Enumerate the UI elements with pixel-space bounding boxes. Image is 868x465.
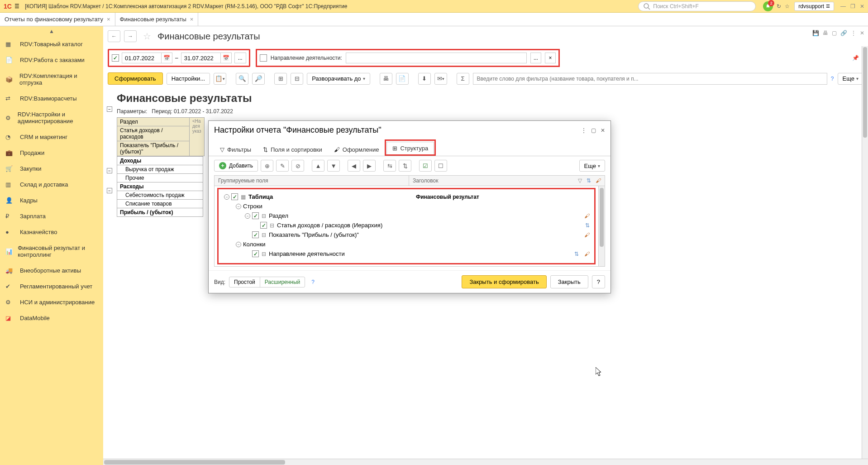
sidebar-item-crm[interactable]: ◔CRM и маркетинг — [0, 129, 103, 145]
collapse-toggle[interactable]: − — [107, 188, 112, 193]
horizontal-scrollbar[interactable] — [103, 459, 868, 465]
sidebar-item-sales[interactable]: 💼Продажи — [0, 145, 103, 161]
sort-icon[interactable]: ⇅ — [585, 222, 590, 229]
direction-input[interactable] — [346, 53, 526, 63]
pin-icon[interactable]: 📌 — [852, 55, 859, 61]
save-file-button[interactable]: ⬇ — [418, 73, 431, 85]
expand-icon[interactable]: − — [245, 213, 250, 219]
edit-button[interactable]: ✎ — [276, 160, 289, 172]
help-button[interactable]: ? — [831, 76, 834, 82]
tree-row-columns[interactable]: − Колонки — [219, 240, 594, 249]
tab-finresults[interactable]: Финансовые результаты × — [115, 13, 199, 26]
scrollbar-thumb[interactable] — [104, 460, 285, 465]
row-checkbox[interactable] — [260, 222, 267, 229]
direction-picker-button[interactable]: ... — [530, 53, 541, 63]
move-left-button[interactable]: ◀ — [348, 160, 360, 172]
sidebar-item-assets[interactable]: 🚚Внеоборотные активы — [0, 263, 103, 278]
history-icon[interactable]: ↻ — [777, 3, 781, 10]
sidebar-item-hr[interactable]: 👤Кадры — [0, 192, 103, 208]
nav-back-button[interactable]: ← — [108, 30, 120, 42]
expand-all-button[interactable]: ⊞ — [274, 73, 287, 85]
direction-field[interactable] — [346, 53, 527, 63]
close-icon[interactable]: × — [107, 16, 110, 23]
brush-icon[interactable]: 🖌 — [584, 232, 590, 238]
row-checkbox[interactable] — [231, 193, 238, 200]
sidebar-item-datamobile[interactable]: ◪DataMobile — [0, 310, 103, 326]
brush-icon[interactable]: 🖌 — [584, 251, 590, 257]
hamburger-icon[interactable]: ☰ — [14, 3, 19, 10]
tab-design[interactable]: 🖌Оформление — [328, 143, 385, 156]
tree-row-direction[interactable]: ⊟ Направление деятельности ⇅🖌 — [219, 249, 594, 259]
brush-icon[interactable]: 🖌 — [596, 177, 601, 184]
row-checkbox[interactable] — [252, 250, 259, 257]
sidebar-item-settlements[interactable]: ⇄RDV:Взаиморасчеты — [0, 91, 103, 106]
help-icon[interactable]: ? — [311, 279, 315, 285]
more-icon[interactable]: ⋮ — [851, 30, 856, 36]
notifications-button[interactable]: 2 — [763, 1, 773, 11]
tree-row-article[interactable]: ⊟ Статья доходов / расходов (Иерархия) ⇅ — [219, 221, 594, 230]
dialog-maximize-icon[interactable]: ▢ — [591, 127, 596, 134]
sidebar-item-regaccounting[interactable]: ✔Регламентированный учет — [0, 278, 103, 294]
link-icon[interactable]: 🔗 — [840, 30, 847, 36]
sidebar-item-payroll[interactable]: ₽Зарплата — [0, 208, 103, 224]
find-button[interactable]: 🔍 — [236, 73, 248, 85]
user-menu[interactable]: rdvsupport☰ — [794, 2, 834, 11]
nav-forward-button[interactable]: → — [124, 30, 137, 42]
close-and-generate-button[interactable]: Закрыть и сформировать — [462, 275, 546, 288]
minimize-icon[interactable]: — — [840, 3, 846, 10]
find-next-button[interactable]: 🔎 — [252, 73, 265, 85]
scrollbar-thumb[interactable] — [863, 47, 867, 138]
email-button[interactable]: ✉▾ — [434, 73, 447, 85]
date-from-input[interactable]: 📅 — [122, 53, 172, 63]
calendar-icon[interactable]: 📅 — [161, 53, 172, 63]
save-icon[interactable]: 💾 — [812, 30, 819, 36]
move-down-button[interactable]: ▼ — [327, 160, 340, 172]
sidebar-item-treasury[interactable]: ●Казначейство — [0, 224, 103, 240]
filter-icon[interactable]: ▽ — [578, 177, 582, 184]
tree-row-table[interactable]: − ▦ Таблица Финансовый результат — [219, 192, 594, 201]
preview-button[interactable]: 📄 — [396, 73, 409, 85]
sidebar-item-picking[interactable]: 📦RDV:Комплектация и отгрузка — [0, 68, 103, 91]
period-picker-button[interactable]: ... — [234, 53, 246, 63]
tree-row-section[interactable]: − ⊟ Раздел 🖌 — [219, 211, 594, 221]
favorite-star-icon[interactable]: ☆ — [143, 31, 151, 42]
sidebar-scroll-up[interactable]: ▲ — [0, 26, 103, 36]
direction-clear-button[interactable]: × — [545, 53, 556, 63]
tab-filters[interactable]: ▽Фильтры — [214, 143, 257, 156]
expand-icon[interactable]: − — [236, 242, 241, 247]
sidebar-item-catalog[interactable]: ▦RDV:Товарный каталог — [0, 36, 103, 52]
close-window-icon[interactable]: ✕ — [860, 3, 864, 10]
add-button[interactable]: +Добавить — [214, 160, 258, 172]
more-button[interactable]: Еще▾ — [838, 73, 863, 85]
row-checkbox[interactable] — [252, 231, 259, 238]
row-checkbox[interactable] — [252, 212, 259, 219]
tab-reports[interactable]: Отчеты по финансовому результату × — [0, 13, 115, 26]
tab-structure[interactable]: ⊞Структура — [386, 142, 434, 154]
sidebar-item-purchases[interactable]: 🛒Закупки — [0, 161, 103, 177]
sidebar-item-orders[interactable]: 📄RDV:Работа с заказами — [0, 52, 103, 68]
collapse-toggle[interactable]: − — [107, 106, 112, 112]
sort-icon[interactable]: ⇅ — [587, 177, 591, 184]
move-up-button[interactable]: ▲ — [312, 160, 324, 172]
global-search[interactable]: Поиск Ctrl+Shift+F — [638, 1, 756, 11]
dialog-help-button[interactable]: ? — [592, 275, 605, 288]
restore-icon[interactable]: ❐ — [850, 3, 855, 10]
group-button[interactable]: ⊕ — [261, 160, 273, 172]
sidebar-item-finresult[interactable]: 📊Финансовый результат и контроллинг — [0, 240, 103, 263]
move-right-button[interactable]: ▶ — [363, 160, 376, 172]
dialog-scrollbar[interactable] — [598, 186, 605, 266]
generate-button[interactable]: Сформировать — [108, 72, 163, 85]
close-page-icon[interactable]: ✕ — [860, 30, 864, 36]
period-checkbox[interactable] — [112, 54, 119, 62]
date-to-field[interactable] — [181, 55, 220, 62]
check-all-button[interactable]: ☑ — [419, 160, 432, 172]
tab-fields[interactable]: ⇅Поля и сортировки — [257, 143, 328, 156]
swap-rows-button[interactable]: ⇆ — [383, 160, 396, 172]
sidebar-item-nsi[interactable]: ⚙НСИ и администрирование — [0, 294, 103, 310]
close-icon[interactable]: × — [190, 16, 194, 23]
calendar-icon[interactable]: 📅 — [220, 53, 231, 63]
mode-simple[interactable]: Простой — [229, 277, 260, 287]
variants-button[interactable]: 📋▾ — [214, 73, 226, 85]
star-icon[interactable]: ☆ — [785, 3, 790, 10]
report-filter-input[interactable] — [473, 73, 827, 85]
